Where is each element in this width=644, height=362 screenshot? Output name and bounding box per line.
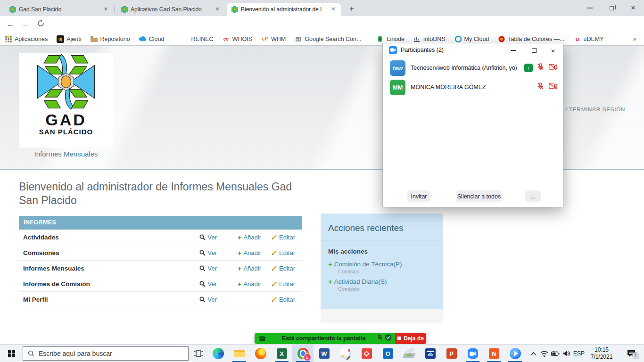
recent-action-link[interactable]: +Actividad Diaria(S) — [328, 278, 436, 285]
tab-title: Bienvenido al administrador de I — [241, 6, 327, 13]
pencil-icon — [272, 296, 277, 302]
editar-link[interactable]: Editar — [261, 265, 302, 272]
more-button[interactable]: ... — [525, 190, 541, 202]
sharing-status-text: Está compartiendo la pantalla — [272, 335, 375, 342]
taskbar-epson-scan-icon[interactable] — [420, 345, 441, 362]
taskbar-scanner-icon[interactable] — [398, 345, 420, 362]
zoom-window-titlebar[interactable]: Participantes (2) × — [383, 43, 563, 57]
cpanel-icon: cP — [261, 35, 269, 43]
bookmark-repositorio[interactable]: Repositorio — [90, 35, 130, 43]
start-button[interactable] — [0, 345, 23, 362]
editar-link[interactable]: Editar — [261, 249, 302, 256]
tab-close-icon[interactable]: × — [330, 6, 337, 13]
gad-favicon — [9, 6, 16, 13]
window-minimize-button[interactable] — [579, 0, 601, 16]
tray-volume-icon[interactable] — [561, 345, 572, 362]
user-tools-links[interactable]: ÑA / TERMINAR SESIÓN — [556, 107, 625, 112]
zoom-participants-window[interactable]: Participantes (2) × tsw Tecnoserviweb In… — [382, 43, 563, 207]
stop-sharing-label: Deja de — [404, 335, 424, 342]
mute-all-button[interactable]: Silenciar a todos — [456, 190, 502, 202]
forward-icon[interactable]: → — [20, 19, 31, 30]
anadir-link[interactable]: +Añadir — [217, 249, 261, 256]
notification-center-button[interactable]: 1 — [620, 345, 642, 362]
bookmark-reinec[interactable]: REINEC — [191, 36, 213, 42]
ver-link[interactable]: Ver — [186, 280, 217, 288]
editar-link[interactable]: Editar — [261, 296, 302, 303]
tray-battery-icon[interactable] — [550, 345, 561, 362]
udemy-icon: u — [574, 35, 581, 43]
ver-link[interactable]: Ver — [186, 265, 217, 272]
bookmark-search-console[interactable]: Google Search Con... — [295, 35, 361, 43]
tab-bienvenido-active[interactable]: Bienvenido al administrador de I × — [227, 3, 341, 16]
tray-chevron-icon[interactable] — [528, 345, 538, 362]
window-restore-button[interactable] — [601, 0, 622, 16]
ver-link[interactable]: Ver — [186, 234, 217, 241]
taskbar-powerpoint-icon[interactable]: P — [441, 345, 462, 362]
mic-muted-icon — [537, 82, 544, 92]
anadir-link[interactable]: +Añadir — [217, 280, 261, 288]
intodns-icon — [413, 35, 421, 43]
task-view-button[interactable] — [190, 345, 207, 362]
taskbar-anydesk-icon[interactable] — [356, 345, 377, 362]
bookmark-whm[interactable]: cP WHM — [261, 35, 286, 43]
screen-share-icon: ↑ — [524, 64, 533, 72]
my-actions-subtitle: Mis acciones — [321, 240, 443, 260]
new-tab-button[interactable]: + — [346, 4, 357, 15]
stop-sharing-button[interactable]: Deja de — [395, 333, 426, 344]
participant-row-monica[interactable]: MM MÓNICA MOREIRA GÓMEZ — [383, 78, 563, 97]
tray-language-label[interactable]: ESP — [572, 345, 586, 362]
participant-row-host[interactable]: tsw Tecnoserviweb Informática (Anfitrión… — [383, 58, 563, 77]
tab-aplicativos[interactable]: Aplicativos Gad San Placido × — [116, 3, 225, 16]
taskbar-chrome-icon[interactable]: E — [292, 345, 314, 362]
taskbar-edge-icon[interactable] — [207, 345, 229, 362]
editar-link[interactable]: Editar — [261, 234, 302, 241]
bookmark-label: WHOIS — [232, 36, 252, 42]
taskbar-file-explorer-icon[interactable] — [229, 345, 250, 362]
tab-gad-san-placido[interactable]: Gad San Placido × — [5, 3, 113, 16]
taskbar-search-box[interactable] — [23, 346, 189, 361]
bookmark-tabla-colores[interactable]: Tabla de Colores —... — [498, 35, 564, 43]
search-input[interactable] — [39, 350, 175, 357]
tray-wifi-icon[interactable] — [538, 345, 550, 362]
bookmark-ajenti[interactable]: aj Ajenti — [57, 35, 81, 43]
window-close-button[interactable]: × — [622, 0, 644, 16]
bookmark-udemy[interactable]: u uDEMY — [574, 35, 604, 43]
tab-close-icon[interactable]: × — [102, 6, 109, 13]
recent-actions-title: Acciones recientes — [321, 214, 443, 240]
bookmarks-overflow-icon[interactable]: » — [633, 35, 636, 42]
bookmark-intodns[interactable]: intoDNS — [413, 35, 446, 43]
taskbar-paint-icon[interactable] — [335, 345, 356, 362]
bookmark-label: REINEC — [191, 36, 213, 42]
zoom-maximize-button[interactable] — [530, 46, 538, 55]
taskbar-outlook-icon[interactable]: O — [377, 345, 398, 362]
zoom-close-button[interactable]: × — [549, 46, 557, 55]
invite-button[interactable]: Invitar — [407, 190, 430, 202]
taskbar-zoom-icon[interactable] — [462, 345, 483, 362]
taskbar-media-player-icon[interactable] — [504, 345, 526, 362]
bookmark-aplicaciones[interactable]: Aplicaciones — [5, 35, 48, 43]
recent-action-link[interactable]: +Comisión de Técnica(P) — [328, 261, 436, 268]
reload-icon[interactable] — [35, 19, 46, 30]
taskbar-excel-icon[interactable]: X — [271, 345, 292, 362]
bookmark-label: Aplicaciones — [15, 36, 48, 42]
bookmark-whois[interactable]: ec WHOIS — [223, 35, 252, 43]
editar-link[interactable]: Editar — [261, 280, 302, 288]
taskbar-nitro-pdf-icon[interactable]: N — [483, 345, 504, 362]
bookmark-linode[interactable]: Linode — [377, 35, 405, 43]
anadir-link[interactable]: +Añadir — [217, 265, 261, 272]
back-icon[interactable]: ← — [5, 19, 16, 30]
recent-action-type: Comisión — [338, 268, 436, 277]
bookmark-cloud[interactable]: Cloud — [139, 35, 165, 43]
tab-close-icon[interactable]: × — [214, 6, 221, 13]
table-row-informes-mensuales: Informes Mensuales Ver +Añadir Editar — [19, 261, 302, 276]
taskbar-clock[interactable]: 10:15 7/1/2021 — [585, 345, 619, 362]
site-title-link[interactable]: Informes Mensuales — [19, 150, 113, 158]
taskbar-word-icon[interactable]: W — [314, 345, 335, 362]
row-label: Mi Perfil — [23, 296, 186, 303]
taskbar-firefox-icon[interactable] — [250, 345, 271, 362]
zoom-minimize-button[interactable] — [509, 46, 518, 55]
anadir-link[interactable]: +Añadir — [217, 234, 261, 241]
ver-link[interactable]: Ver — [186, 249, 217, 256]
ver-link[interactable]: Ver — [186, 296, 217, 303]
bookmark-my-cloud[interactable]: My Cloud — [454, 35, 489, 43]
